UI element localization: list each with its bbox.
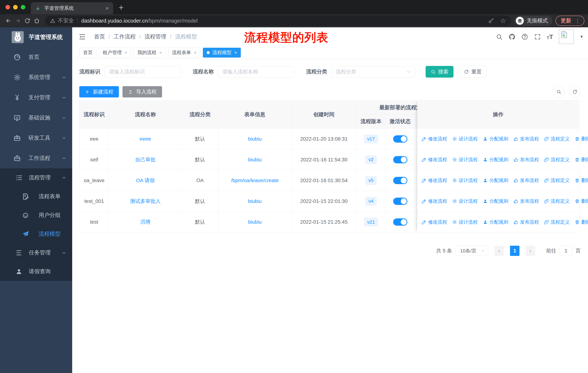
form-info-link[interactable]: biubiu [248, 136, 262, 142]
version-badge[interactable]: v5 [366, 176, 377, 185]
next-page-button[interactable]: › [526, 246, 535, 256]
row-action-link[interactable]: 分配规则 [483, 198, 508, 204]
row-action-link[interactable]: 删除 [575, 156, 588, 163]
row-action-link[interactable]: 分配规则 [483, 219, 508, 225]
tag-close-icon[interactable]: × [194, 50, 197, 55]
process-id-input[interactable] [105, 66, 181, 78]
minimize-window-button[interactable] [13, 5, 18, 10]
toggle-search-button[interactable] [553, 86, 565, 98]
row-action-link[interactable]: 流程定义 [544, 156, 570, 163]
form-info-link[interactable]: /bpm/oa/leave/create [231, 178, 279, 183]
active-status-toggle[interactable] [393, 156, 407, 163]
row-action-link[interactable]: 设计流程 [452, 219, 478, 225]
refresh-table-button[interactable] [569, 86, 581, 98]
form-info-link[interactable]: biubiu [248, 157, 262, 163]
row-action-link[interactable]: 删除 [575, 177, 588, 184]
row-action-link[interactable]: 设计流程 [452, 156, 478, 163]
row-action-link[interactable]: 修改流程 [422, 136, 447, 142]
avatar[interactable] [559, 30, 574, 44]
search-button[interactable]: 搜索 [426, 66, 453, 78]
row-action-link[interactable]: 流程定义 [544, 198, 570, 204]
bookmark-star-icon[interactable]: ☆ [500, 18, 506, 24]
sidebar-item[interactable]: 流程表单 [0, 187, 72, 206]
reset-button[interactable]: 重置 [459, 66, 486, 78]
goto-page-input[interactable] [560, 246, 572, 256]
row-action-link[interactable]: 流程定义 [544, 219, 570, 225]
process-category-select[interactable]: 流程分类 [331, 66, 415, 78]
tag-view-item[interactable]: 我的流程 × [134, 48, 166, 58]
help-icon[interactable] [521, 33, 528, 40]
app-logo[interactable]: 芋道管理系统 [0, 27, 72, 47]
fullscreen-icon[interactable] [534, 33, 541, 40]
sidebar-item[interactable]: 研发工具 [0, 128, 72, 148]
version-badge[interactable]: v21 [364, 218, 378, 226]
zoom-window-button[interactable] [21, 5, 25, 10]
sidebar-item[interactable]: 首页 [0, 47, 72, 67]
new-tab-button[interactable]: + [119, 3, 124, 12]
breadcrumb-item[interactable]: 工作流程 [114, 33, 136, 40]
breadcrumb-item[interactable]: 流程管理 [145, 33, 166, 40]
breadcrumb-item[interactable]: 流程模型 [175, 33, 197, 40]
create-process-button[interactable]: 新建流程 [79, 86, 119, 97]
row-action-link[interactable]: 发布流程 [514, 219, 539, 225]
process-name-link[interactable]: 自己审批 [135, 156, 156, 163]
sidebar-item[interactable]: 任务管理 [0, 243, 72, 262]
address-bar[interactable]: 不安全 dashboard.yudao.iocoder.cn /bpm/mana… [45, 16, 511, 26]
row-action-link[interactable]: 发布流程 [514, 136, 539, 142]
browser-menu-icon[interactable]: ⋮ [575, 18, 580, 24]
tag-view-item[interactable]: 租户管理 × [99, 48, 131, 58]
sidebar-item[interactable]: 用户分组 [0, 206, 72, 225]
row-action-link[interactable]: 修改流程 [422, 198, 447, 204]
row-action-link[interactable]: 流程定义 [544, 177, 570, 184]
form-info-link[interactable]: biubiu [248, 219, 262, 225]
current-page-button[interactable]: 1 [510, 246, 519, 256]
page-size-select[interactable]: 10条/页 [456, 246, 488, 256]
browser-tab[interactable]: 芋道管理系统 × [31, 2, 113, 14]
row-action-link[interactable]: 设计流程 [452, 136, 478, 142]
process-name-input[interactable] [218, 66, 294, 78]
row-action-link[interactable]: 发布流程 [514, 177, 539, 184]
row-action-link[interactable]: 分配规则 [483, 136, 508, 142]
row-action-link[interactable]: 修改流程 [422, 156, 447, 163]
process-name-link[interactable]: eeee [140, 136, 151, 142]
sidebar-item[interactable]: 流程模型 [0, 225, 72, 243]
row-action-link[interactable]: 发布流程 [514, 156, 539, 163]
browser-update-button[interactable]: 更新 ⋮ [556, 16, 584, 26]
active-status-toggle[interactable] [393, 198, 407, 205]
forward-button[interactable] [13, 16, 23, 26]
active-status-toggle[interactable] [393, 177, 407, 184]
tab-close-icon[interactable]: × [105, 5, 109, 11]
prev-page-button[interactable]: ‹ [494, 246, 504, 256]
security-label[interactable]: 不安全 [58, 17, 74, 24]
tag-close-icon[interactable]: × [125, 50, 127, 55]
row-action-link[interactable]: 分配规则 [483, 177, 508, 184]
reload-button[interactable] [23, 16, 32, 26]
sidebar-item[interactable]: 工作流程 [0, 148, 72, 168]
row-action-link[interactable]: 删除 [575, 198, 588, 204]
sidebar-item[interactable]: 流程管理 [0, 168, 72, 187]
version-badge[interactable]: v2 [366, 156, 377, 164]
active-status-toggle[interactable] [393, 218, 407, 226]
version-badge[interactable]: v4 [366, 197, 377, 205]
import-process-button[interactable]: 导入流程 [123, 86, 162, 97]
active-status-toggle[interactable] [393, 135, 407, 143]
sidebar-collapse-icon[interactable] [78, 33, 86, 40]
version-badge[interactable]: v17 [364, 135, 378, 143]
tag-view-item[interactable]: 流程模型 × [203, 48, 241, 58]
tag-close-icon[interactable]: × [234, 50, 237, 55]
form-info-link[interactable]: biubiu [248, 198, 262, 204]
sidebar-item[interactable]: 系统管理 [0, 67, 72, 87]
row-action-link[interactable]: 分配规则 [483, 156, 508, 163]
tag-view-item[interactable]: 首页 [79, 48, 96, 58]
process-name-link[interactable]: OA 请假 [136, 177, 155, 184]
row-action-link[interactable]: 删除 [575, 219, 588, 225]
row-action-link[interactable]: 删除 [575, 136, 588, 142]
back-button[interactable] [4, 16, 13, 26]
sidebar-item[interactable]: 支付管理 [0, 87, 72, 108]
row-action-link[interactable]: 流程定义 [544, 136, 570, 142]
breadcrumb-item[interactable]: 首页 [94, 33, 105, 40]
passwords-key-icon[interactable] [488, 18, 494, 24]
font-size-icon[interactable]: TT [547, 34, 553, 40]
github-icon[interactable] [509, 33, 515, 40]
row-action-link[interactable]: 修改流程 [422, 177, 447, 184]
